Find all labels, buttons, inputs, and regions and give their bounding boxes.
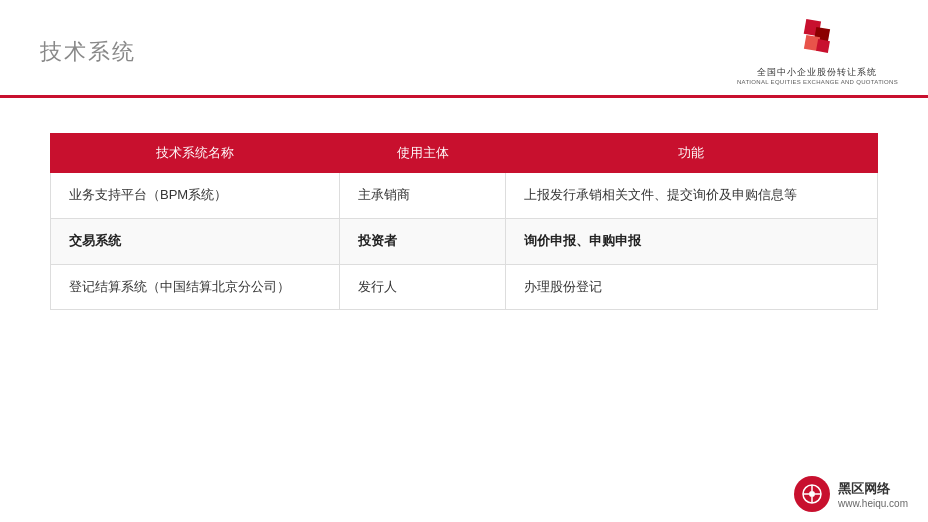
cell-name-1: 交易系统 — [51, 218, 340, 264]
header: 技术系统 全国中小企业股份转让系统 NATIONAL EQUITIES EXCH… — [0, 0, 928, 95]
company-logo-icon — [795, 18, 839, 62]
table-row: 登记结算系统（中国结算北京分公司）发行人办理股份登记 — [51, 264, 878, 310]
watermark-site-name: 黑区网络 — [838, 480, 908, 498]
logo-en-name: NATIONAL EQUITIES EXCHANGE AND QUOTATION… — [737, 79, 898, 85]
cell-name-0: 业务支持平台（BPM系统） — [51, 173, 340, 219]
cell-user-1: 投资者 — [340, 218, 505, 264]
svg-rect-3 — [816, 39, 830, 53]
cell-user-2: 发行人 — [340, 264, 505, 310]
watermark: 黑区网络 www.heiqu.com — [794, 476, 908, 512]
cell-function-1: 询价申报、申购申报 — [505, 218, 877, 264]
cell-name-2: 登记结算系统（中国结算北京分公司） — [51, 264, 340, 310]
logo-cn-name: 全国中小企业股份转让系统 — [757, 66, 877, 79]
watermark-logo-icon — [794, 476, 830, 512]
page-title: 技术系统 — [40, 37, 136, 67]
table-row: 交易系统投资者询价申报、申购申报 — [51, 218, 878, 264]
svg-point-5 — [809, 491, 815, 497]
slide: 技术系统 全国中小企业股份转让系统 NATIONAL EQUITIES EXCH… — [0, 0, 928, 522]
cell-user-0: 主承销商 — [340, 173, 505, 219]
table-header-row: 技术系统名称 使用主体 功能 — [51, 134, 878, 173]
logo-area: 全国中小企业股份转让系统 NATIONAL EQUITIES EXCHANGE … — [737, 18, 898, 85]
tech-table: 技术系统名称 使用主体 功能 业务支持平台（BPM系统）主承销商上报发行承销相关… — [50, 133, 878, 310]
main-content: 技术系统名称 使用主体 功能 业务支持平台（BPM系统）主承销商上报发行承销相关… — [0, 98, 928, 330]
col-header-user: 使用主体 — [340, 134, 505, 173]
watermark-info: 黑区网络 www.heiqu.com — [838, 480, 908, 509]
table-row: 业务支持平台（BPM系统）主承销商上报发行承销相关文件、提交询价及申购信息等 — [51, 173, 878, 219]
cell-function-2: 办理股份登记 — [505, 264, 877, 310]
col-header-function: 功能 — [505, 134, 877, 173]
col-header-name: 技术系统名称 — [51, 134, 340, 173]
cell-function-0: 上报发行承销相关文件、提交询价及申购信息等 — [505, 173, 877, 219]
watermark-site-url: www.heiqu.com — [838, 498, 908, 509]
